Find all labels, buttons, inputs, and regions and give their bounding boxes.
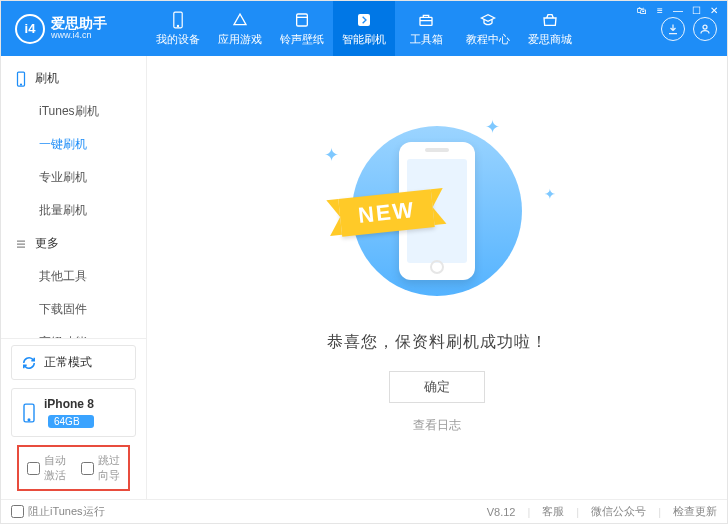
edu-icon bbox=[479, 11, 497, 29]
check-update-link[interactable]: 检查更新 bbox=[673, 504, 717, 519]
tab-edu[interactable]: 教程中心 bbox=[457, 1, 519, 56]
sidebar: 刷机iTunes刷机一键刷机专业刷机批量刷机更多其他工具下载固件高级功能 正常模… bbox=[1, 56, 147, 499]
music-icon bbox=[293, 11, 311, 29]
tab-label: 工具箱 bbox=[410, 32, 443, 47]
close-icon[interactable]: ✕ bbox=[708, 4, 720, 16]
svg-point-1 bbox=[177, 25, 178, 26]
sidebar-item[interactable]: 其他工具 bbox=[1, 260, 146, 293]
mode-label: 正常模式 bbox=[44, 354, 92, 371]
tab-label: 爱思商城 bbox=[528, 32, 572, 47]
sidebar-item[interactable]: 批量刷机 bbox=[1, 194, 146, 227]
auto-activate-checkbox[interactable]: 自动激活 bbox=[27, 453, 67, 483]
download-icon[interactable] bbox=[661, 17, 685, 41]
tab-label: 教程中心 bbox=[466, 32, 510, 47]
sparkle-icon: ✦ bbox=[485, 116, 500, 138]
phone-icon bbox=[22, 403, 36, 423]
user-icon[interactable] bbox=[693, 17, 717, 41]
sidebar-item[interactable]: iTunes刷机 bbox=[1, 95, 146, 128]
device-info[interactable]: iPhone 8 64GB bbox=[11, 388, 136, 437]
view-log-link[interactable]: 查看日志 bbox=[413, 417, 461, 434]
version-label: V8.12 bbox=[487, 506, 516, 518]
tab-label: 应用游戏 bbox=[218, 32, 262, 47]
flash-icon bbox=[355, 11, 373, 29]
tab-music[interactable]: 铃声壁纸 bbox=[271, 1, 333, 56]
sidebar-item[interactable]: 一键刷机 bbox=[1, 128, 146, 161]
sidebar-group-flash[interactable]: 刷机 bbox=[1, 62, 146, 95]
apps-icon bbox=[231, 11, 249, 29]
brand-name: 爱思助手 bbox=[51, 16, 107, 30]
sidebar-group-more[interactable]: 更多 bbox=[1, 227, 146, 260]
device-name: iPhone 8 bbox=[44, 397, 94, 411]
main-tabs: 我的设备应用游戏铃声壁纸智能刷机工具箱教程中心爱思商城 bbox=[147, 1, 581, 56]
svg-point-9 bbox=[28, 418, 30, 420]
tab-flash[interactable]: 智能刷机 bbox=[333, 1, 395, 56]
skip-guide-checkbox[interactable]: 跳过向导 bbox=[81, 453, 121, 483]
device-icon bbox=[15, 71, 27, 87]
toolbox-icon bbox=[417, 11, 435, 29]
svg-point-7 bbox=[21, 84, 22, 85]
main-content: ✦ ✦ ✦ NEW 恭喜您，保资料刷机成功啦！ 确定 查看日志 bbox=[147, 56, 727, 499]
tab-label: 智能刷机 bbox=[342, 32, 386, 47]
tab-apps[interactable]: 应用游戏 bbox=[209, 1, 271, 56]
cart-icon[interactable]: 🛍 bbox=[636, 4, 648, 16]
wechat-link[interactable]: 微信公众号 bbox=[591, 504, 646, 519]
tab-shop[interactable]: 爱思商城 bbox=[519, 1, 581, 56]
sparkle-icon: ✦ bbox=[544, 186, 556, 202]
minimize-icon[interactable]: — bbox=[672, 4, 684, 16]
support-link[interactable]: 客服 bbox=[542, 504, 564, 519]
success-illustration: ✦ ✦ ✦ NEW bbox=[322, 116, 552, 306]
sidebar-item[interactable]: 专业刷机 bbox=[1, 161, 146, 194]
status-bar: 阻止iTunes运行 V8.12 | 客服 | 微信公众号 | 检查更新 bbox=[1, 499, 727, 523]
list-icon bbox=[15, 238, 27, 250]
flash-options: 自动激活 跳过向导 bbox=[17, 445, 130, 491]
storage-badge: 64GB bbox=[48, 415, 94, 428]
svg-rect-3 bbox=[358, 14, 370, 26]
tab-phone[interactable]: 我的设备 bbox=[147, 1, 209, 56]
tab-label: 我的设备 bbox=[156, 32, 200, 47]
window-controls: 🛍 ≡ — ☐ ✕ bbox=[636, 4, 720, 16]
sidebar-item[interactable]: 下载固件 bbox=[1, 293, 146, 326]
tab-toolbox[interactable]: 工具箱 bbox=[395, 1, 457, 56]
success-message: 恭喜您，保资料刷机成功啦！ bbox=[327, 332, 548, 353]
device-mode[interactable]: 正常模式 bbox=[11, 345, 136, 380]
brand-area: i4 爱思助手 www.i4.cn bbox=[1, 14, 147, 44]
maximize-icon[interactable]: ☐ bbox=[690, 4, 702, 16]
svg-rect-2 bbox=[297, 14, 308, 26]
refresh-icon bbox=[22, 356, 36, 370]
ok-button[interactable]: 确定 bbox=[389, 371, 485, 403]
sparkle-icon: ✦ bbox=[324, 144, 339, 166]
sidebar-item[interactable]: 高级功能 bbox=[1, 326, 146, 338]
shop-icon bbox=[541, 11, 559, 29]
logo-icon: i4 bbox=[15, 14, 45, 44]
app-header: 🛍 ≡ — ☐ ✕ i4 爱思助手 www.i4.cn 我的设备应用游戏铃声壁纸… bbox=[1, 1, 727, 56]
block-itunes-checkbox[interactable]: 阻止iTunes运行 bbox=[11, 504, 105, 519]
svg-point-5 bbox=[703, 25, 707, 29]
phone-icon bbox=[169, 11, 187, 29]
brand-url: www.i4.cn bbox=[51, 30, 107, 41]
menu-icon[interactable]: ≡ bbox=[654, 4, 666, 16]
tab-label: 铃声壁纸 bbox=[280, 32, 324, 47]
